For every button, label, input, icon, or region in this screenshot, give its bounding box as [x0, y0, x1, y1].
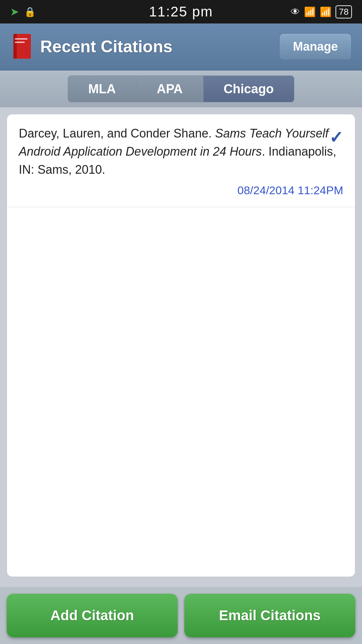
- app-title: Recent Citations: [40, 37, 173, 56]
- eye-icon: 👁: [291, 6, 300, 17]
- tab-apa[interactable]: APA: [136, 75, 203, 102]
- svg-rect-3: [15, 42, 25, 43]
- manage-button[interactable]: Manage: [279, 33, 352, 60]
- battery-level: 78: [336, 5, 352, 18]
- add-citation-button[interactable]: Add Citation: [7, 594, 178, 637]
- svg-rect-2: [15, 38, 27, 40]
- status-time: 11:25 pm: [149, 4, 213, 20]
- app-header: Recent Citations Manage: [0, 23, 362, 70]
- header-left: Recent Citations: [10, 33, 173, 60]
- tab-mla[interactable]: MLA: [68, 75, 136, 102]
- status-right: 👁 📶 📶 78: [291, 5, 352, 18]
- citations-body: Darcey, Lauren, and Conder Shane. Sams T…: [7, 114, 355, 577]
- lock-icon: 🔒: [24, 6, 36, 17]
- email-citations-button[interactable]: Email Citations: [184, 594, 355, 637]
- signal-icon: 📶: [320, 6, 331, 17]
- citation-item[interactable]: Darcey, Lauren, and Conder Shane. Sams T…: [7, 114, 355, 207]
- citation-date: 08/24/2014 11:24PM: [19, 184, 343, 197]
- book-icon: [10, 33, 34, 60]
- checkmark-icon: ✓: [329, 128, 343, 147]
- status-left: ➤ 🔒: [10, 5, 36, 18]
- citation-text: Darcey, Lauren, and Conder Shane. Sams T…: [19, 124, 343, 179]
- tab-chicago[interactable]: Chicago: [203, 75, 294, 102]
- citations-container: Darcey, Lauren, and Conder Shane. Sams T…: [7, 114, 355, 577]
- status-bar: ➤ 🔒 11:25 pm 👁 📶 📶 78: [0, 0, 362, 23]
- svg-rect-1: [13, 34, 17, 59]
- bottom-bar: Add Citation Email Citations: [0, 587, 362, 644]
- wifi-icon: 📶: [304, 6, 316, 17]
- tab-bar: MLA APA Chicago: [0, 70, 362, 107]
- airplane-icon: ➤: [10, 5, 19, 18]
